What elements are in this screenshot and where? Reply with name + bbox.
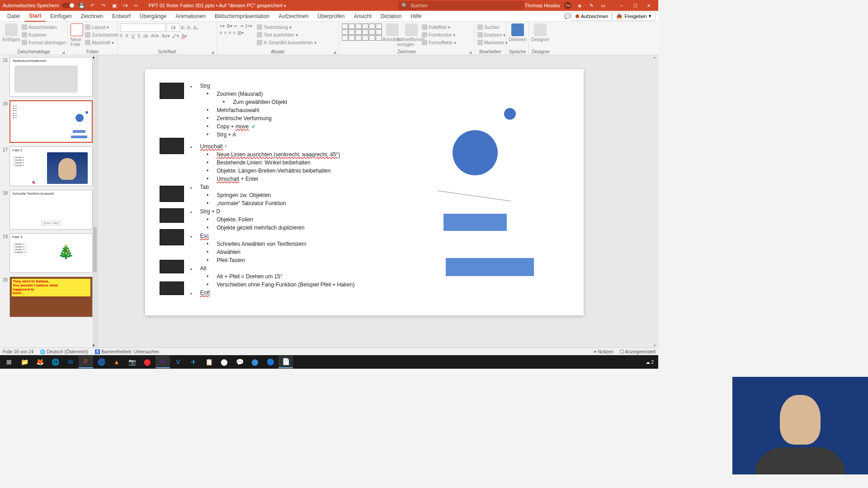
user-name[interactable]: Thomas Hruska [524, 3, 560, 8]
shape-fill-button[interactable]: Fülleffekt ▾ [422, 23, 456, 31]
shape-effects-button[interactable]: Formeffekte ▾ [422, 39, 456, 46]
share-button[interactable]: 📤 Freigeben ▾ [612, 12, 656, 21]
font-color-button[interactable]: A▾ [182, 33, 187, 38]
outlook-icon[interactable]: ✉ [63, 356, 78, 368]
align-left-button[interactable]: ≡ [220, 30, 222, 35]
thumbnails-scrollbar[interactable]: ▴ ▾ [93, 55, 97, 347]
find-button[interactable]: Suchen [477, 23, 508, 31]
font-launcher[interactable]: ◢ [211, 50, 214, 54]
vscode-icon[interactable]: V [171, 356, 185, 368]
paragraph-launcher[interactable]: ◢ [333, 50, 336, 54]
close-button[interactable]: ✕ [642, 0, 656, 11]
diamond-icon[interactable]: ◈ [576, 2, 583, 9]
quick-styles-button[interactable]: Schnellformat-vorlagen [403, 23, 420, 47]
tab-uebergaenge[interactable]: Übergänge [135, 11, 171, 22]
search-input[interactable] [410, 3, 521, 8]
slide-thumbnail-19[interactable]: Fakt 3 🎄 • Details 1 ✓• Details 2 ✓• Det… [9, 233, 93, 273]
firefox-icon[interactable]: 🦊 [33, 356, 47, 368]
undo-icon[interactable]: ↶ [89, 2, 96, 9]
display-settings-button[interactable]: 🖵 Anzeigeeinstell [620, 349, 656, 354]
slide-thumbnail-16[interactable]: ■ ━━■ ━━■ ━━■ ━━■ ━━■ ━━ [9, 100, 93, 143]
tab-entwurf[interactable]: Entwurf [108, 11, 135, 22]
tab-start[interactable]: Start [24, 11, 46, 22]
vlc-icon[interactable]: ▲ [109, 356, 124, 368]
shape-rectangle-1[interactable] [443, 214, 507, 231]
app-icon-5[interactable]: 💬 [232, 356, 247, 368]
indent-inc-button[interactable]: ⇥ [240, 23, 243, 28]
paste-button[interactable]: Einfügen [3, 23, 20, 42]
select-button[interactable]: Markieren ▾ [477, 39, 508, 46]
minimize-button[interactable]: ─ [615, 0, 628, 11]
numbering-button[interactable]: ≣▾ [226, 23, 232, 28]
notes-button[interactable]: ≐ Notizen [593, 349, 613, 354]
font-size-select[interactable]: 14 [166, 23, 180, 32]
shadow-button[interactable]: ab [143, 33, 148, 38]
justify-button[interactable]: ≡ [233, 30, 236, 35]
layout-button[interactable]: Layout ▾ [85, 23, 119, 31]
system-tray[interactable]: ☁ 2 [646, 360, 656, 365]
smartart-button[interactable]: In SmartArt konvertieren ▾ [257, 39, 316, 46]
tab-dictation[interactable]: Dictation [376, 11, 406, 22]
explorer-icon[interactable]: 📁 [17, 356, 32, 368]
tab-aufzeichnen[interactable]: Aufzeichnen [274, 11, 313, 22]
grow-font-button[interactable]: A↑ [181, 24, 186, 31]
underline-button[interactable]: U [132, 33, 135, 38]
save-icon[interactable]: 💾 [78, 2, 85, 9]
text-direction-button[interactable]: Textrichtung ▾ [257, 23, 316, 31]
shape-rectangle-2[interactable] [446, 258, 534, 276]
indent-dec-button[interactable]: ⇤ [234, 23, 238, 28]
tab-ueberpruefen[interactable]: Überprüfen [313, 11, 349, 22]
drawing-launcher[interactable]: ◢ [469, 50, 472, 54]
reset-button[interactable]: Zurücksetzen [85, 31, 119, 38]
slide-counter[interactable]: Folie 16 von 24 [3, 349, 33, 354]
font-family-select[interactable] [120, 23, 165, 32]
app-icon-4[interactable]: 📋 [202, 356, 216, 368]
tab-hilfe[interactable]: Hilfe [406, 11, 426, 22]
tab-animationen[interactable]: Animationen [171, 11, 210, 22]
new-slide-button[interactable]: Neue Folie [71, 23, 83, 47]
clipboard-launcher[interactable]: ◢ [62, 50, 65, 54]
app-icon-8[interactable]: 📄 [278, 356, 293, 368]
slide-thumbnail-15[interactable]: Tastenkombinationen [9, 57, 93, 97]
align-right-button[interactable]: ≡ [229, 30, 231, 35]
app-icon[interactable]: 🌀 [94, 356, 108, 368]
shape-outline-button[interactable]: Formkontur ▾ [422, 31, 456, 38]
tab-einfuegen[interactable]: Einfügen [46, 11, 76, 22]
tab-bildschirm[interactable]: Bildschirmpräsentation [210, 11, 274, 22]
slide-thumbnail-18[interactable]: Schnelle Textfeld Auswahl [Kein Titel] [9, 190, 93, 230]
qat-more-icon[interactable]: ═ [132, 2, 140, 9]
record-button[interactable]: Aufzeichnen [571, 12, 613, 21]
dictate-button[interactable]: Diktieren [509, 23, 526, 42]
bullets-button[interactable]: ≡▾ [220, 23, 225, 28]
tab-datei[interactable]: Datei [3, 11, 24, 22]
user-avatar[interactable]: TH [564, 2, 571, 9]
spacing-button[interactable]: AV▾ [151, 33, 159, 38]
language-indicator[interactable]: 🌐 Deutsch (Österreich) [40, 349, 88, 354]
case-button[interactable]: Aa▾ [161, 33, 169, 38]
telegram-icon[interactable]: ✈ [186, 356, 201, 368]
comments-icon[interactable]: 💬 [564, 13, 571, 20]
shape-line[interactable] [437, 191, 511, 202]
tab-ansicht[interactable]: Ansicht [349, 11, 376, 22]
align-text-button[interactable]: Text ausrichten ▾ [257, 31, 316, 38]
designer-button[interactable]: Designer [532, 23, 549, 42]
search-box[interactable]: 🔍 [398, 1, 524, 10]
maximize-button[interactable]: ☐ [628, 0, 642, 11]
redo-icon[interactable]: ↷ [100, 2, 107, 9]
highlight-button[interactable]: 🖍▾ [172, 33, 179, 38]
italic-button[interactable]: K [126, 33, 129, 38]
slide-canvas[interactable]: Strg Zoomen (Mausrad) Zum gewählten Obje… [98, 55, 658, 347]
replace-button[interactable]: Ersetzen ▾ [477, 31, 508, 38]
app-icon-3[interactable]: ⬤ [140, 356, 155, 368]
shape-circle-small[interactable] [504, 108, 516, 120]
shape-circle-large[interactable] [453, 130, 498, 175]
app-icon-6[interactable]: ⬤ [248, 356, 262, 368]
touch-icon[interactable]: ☟▾ [122, 2, 129, 9]
tab-zeichnen[interactable]: Zeichnen [76, 11, 108, 22]
columns-button[interactable]: ▥▾ [237, 30, 244, 35]
cut-button[interactable]: Ausschneiden [22, 23, 66, 31]
autosave-toggle[interactable]: Automatisches Speichern [3, 3, 75, 8]
present-icon[interactable]: ▣ [111, 2, 118, 9]
line-spacing-button[interactable]: ‡≡▾ [245, 23, 252, 28]
accessibility-indicator[interactable]: ♿ Barrierefreiheit: Untersuchen [94, 349, 159, 354]
